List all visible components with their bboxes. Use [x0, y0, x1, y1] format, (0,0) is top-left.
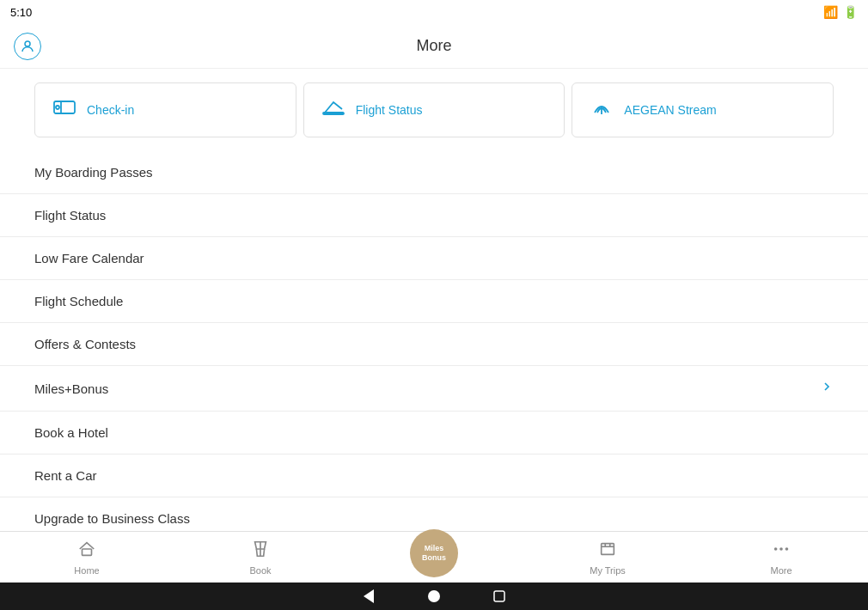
nav-trips-label: My Trips	[590, 565, 626, 576]
home-icon	[77, 540, 96, 563]
svg-point-12	[774, 547, 778, 551]
menu-item-miles-bonus[interactable]: Miles+Bonus	[0, 366, 868, 412]
miles-bonus-icon: MilesBonus	[422, 544, 446, 563]
nav-book-label: Book	[249, 565, 271, 576]
menu-item-label-boarding-passes: My Boarding Passes	[34, 165, 153, 180]
battery-icon: 🔋	[843, 5, 858, 19]
menu-item-label-offers-contests: Offers & Contests	[34, 337, 136, 351]
quick-card-checkin[interactable]: Check-in	[34, 82, 296, 137]
home-button[interactable]	[427, 589, 441, 603]
trips-icon	[598, 540, 617, 563]
status-time: 5:10	[10, 6, 32, 19]
checkin-icon	[52, 97, 76, 123]
menu-item-low-fare-calendar[interactable]: Low Fare Calendar	[0, 237, 868, 280]
stream-icon	[590, 97, 614, 123]
miles-bonus-button[interactable]: MilesBonus	[410, 529, 458, 577]
menu-item-flight-status[interactable]: Flight Status	[0, 194, 868, 237]
nav-home[interactable]: Home	[0, 540, 174, 576]
wifi-icon: 📶	[823, 5, 838, 19]
flightstatus-icon	[321, 97, 345, 123]
aegean-stream-label: AEGEAN Stream	[624, 103, 716, 117]
nav-book[interactable]: Book	[174, 540, 347, 576]
recents-button[interactable]	[492, 589, 506, 603]
menu-item-rent-car[interactable]: Rent a Car	[0, 454, 868, 497]
menu-item-label-low-fare-calendar: Low Fare Calendar	[34, 251, 144, 265]
quick-cards-container: Check-in Flight Status AEGEAN Stream	[0, 69, 868, 151]
svg-rect-1	[54, 101, 75, 113]
svg-rect-8	[602, 543, 614, 554]
svg-point-0	[25, 41, 30, 46]
page-title: More	[416, 37, 451, 55]
flightstatus-label: Flight Status	[356, 103, 423, 117]
nav-home-label: Home	[74, 565, 99, 576]
nav-miles-bonus[interactable]: MilesBonus	[347, 538, 521, 577]
menu-item-boarding-passes[interactable]: My Boarding Passes	[0, 151, 868, 194]
status-icons: 📶 🔋	[823, 5, 858, 19]
checkin-label: Check-in	[87, 103, 134, 117]
chevron-right-icon	[820, 380, 834, 397]
svg-rect-4	[323, 113, 344, 114]
menu-item-label-miles-bonus: Miles+Bonus	[34, 381, 108, 396]
svg-point-14	[785, 547, 789, 551]
menu-item-label-book-hotel: Book a Hotel	[34, 425, 108, 440]
menu-item-label-rent-car: Rent a Car	[34, 468, 97, 483]
quick-card-aegean-stream[interactable]: AEGEAN Stream	[572, 82, 834, 137]
menu-item-label-upgrade-business: Upgrade to Business Class	[34, 511, 190, 526]
nav-more[interactable]: More	[694, 540, 868, 576]
nav-more-label: More	[770, 565, 792, 576]
status-bar: 5:10 📶 🔋	[0, 0, 868, 24]
menu-item-flight-schedule[interactable]: Flight Schedule	[0, 280, 868, 323]
svg-point-13	[779, 547, 783, 551]
menu-item-book-hotel[interactable]: Book a Hotel	[0, 412, 868, 454]
svg-rect-6	[83, 549, 92, 555]
back-button[interactable]	[362, 589, 376, 603]
svg-rect-15	[494, 591, 504, 601]
android-nav-bar	[0, 583, 868, 610]
header: More	[0, 24, 868, 69]
bottom-nav: Home Book MilesBonus My Trips	[0, 531, 868, 583]
menu-list: My Boarding PassesFlight StatusLow Fare …	[0, 151, 868, 538]
nav-my-trips[interactable]: My Trips	[521, 540, 694, 576]
menu-item-offers-contests[interactable]: Offers & Contests	[0, 323, 868, 366]
more-icon	[772, 540, 791, 563]
menu-item-label-flight-schedule: Flight Schedule	[34, 294, 123, 308]
book-icon	[251, 540, 270, 563]
quick-card-flight-status[interactable]: Flight Status	[303, 82, 565, 137]
svg-point-3	[56, 106, 59, 109]
menu-item-label-flight-status: Flight Status	[34, 208, 106, 223]
avatar-button[interactable]	[14, 33, 41, 60]
